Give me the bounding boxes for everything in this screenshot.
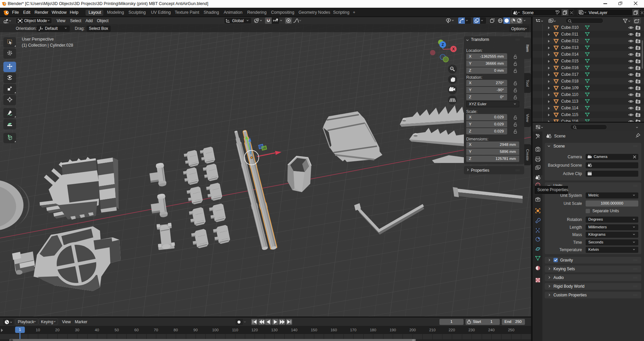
svg-text:X: X xyxy=(452,47,455,51)
svg-text:(1) Collection | Cylinder.028: (1) Collection | Cylinder.028 xyxy=(22,43,73,48)
svg-text:User Perspective: User Perspective xyxy=(22,37,54,42)
svg-text:Z: Z xyxy=(442,43,444,47)
svg-text:+: + xyxy=(451,67,453,70)
